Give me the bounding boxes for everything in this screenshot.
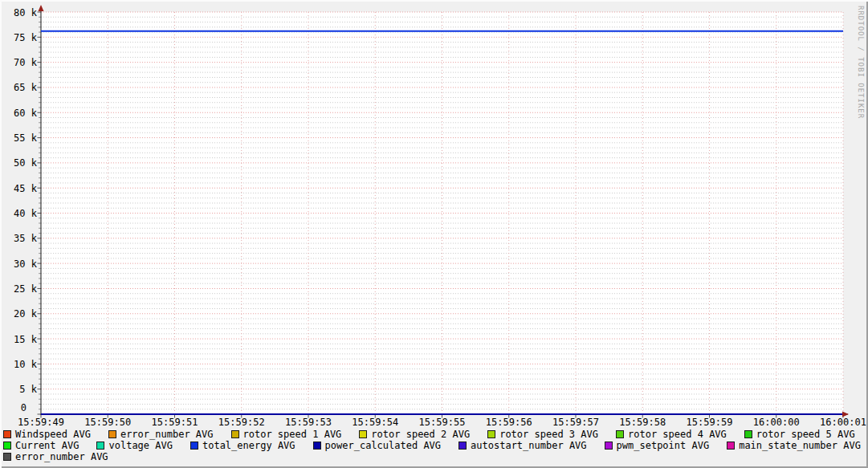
y-axis-label: 80 k [14, 7, 38, 18]
legend-item: Windspeed AVG [3, 429, 91, 440]
x-axis-label: 15:59:53 [285, 417, 332, 428]
legend-swatch-icon [231, 430, 239, 438]
legend-label: rotor speed 4 AVG [628, 429, 727, 440]
legend-row: Current AVGvoltage AVGtotal_energy AVGpo… [3, 440, 865, 451]
chart-plot: 05 k10 k15 k20 k25 k30 k35 k40 k45 k50 k… [0, 0, 868, 468]
legend-item: error_number AVG [3, 451, 108, 462]
legend-item: rotor speed 5 AVG [744, 429, 855, 440]
legend-label: pwm_setpoint AVG [617, 440, 710, 451]
legend-item: rotor speed 1 AVG [231, 429, 342, 440]
x-axis-label: 16:00:01 [820, 417, 866, 428]
legend-item: autostart_number AVG [458, 440, 587, 451]
legend-swatch-icon [727, 442, 735, 450]
legend-swatch-icon [605, 442, 613, 450]
legend-label: rotor speed 3 AVG [499, 429, 598, 440]
legend-item: rotor speed 3 AVG [487, 429, 598, 440]
watermark-text: RRDTOOL / TOBI OETIKER [857, 6, 865, 119]
x-axis-label: 15:59:57 [552, 417, 599, 428]
rrdtool-graph: 05 k10 k15 k20 k25 k30 k35 k40 k45 k50 k… [0, 0, 868, 468]
legend-row: error_number AVG [3, 451, 865, 462]
y-axis-label: 45 k [14, 183, 38, 194]
x-axis-label: 15:59:51 [152, 417, 198, 428]
y-axis-label: 15 k [14, 334, 38, 345]
legend-label: rotor speed 1 AVG [243, 429, 342, 440]
y-axis-label: 65 k [14, 82, 38, 93]
x-axis-label: 15:59:56 [486, 417, 532, 428]
y-axis-label: 30 k [14, 258, 38, 270]
legend-label: main_state_number AVG [739, 440, 861, 451]
legend-swatch-icon [616, 430, 624, 438]
legend-swatch-icon [359, 430, 367, 438]
legend-swatch-icon [3, 430, 11, 438]
legend-label: voltage AVG [108, 440, 172, 451]
y-axis-label: 20 k [14, 308, 38, 319]
x-axis-label: 15:59:49 [18, 417, 64, 428]
y-axis-label: 55 k [14, 132, 38, 144]
y-axis-label: 40 k [14, 208, 38, 219]
legend-item: voltage AVG [96, 440, 172, 451]
legend-item: total_energy AVG [190, 440, 295, 451]
y-axis-label: 70 k [14, 57, 38, 68]
legend-label: total_energy AVG [202, 440, 295, 451]
legend-label: rotor speed 2 AVG [371, 429, 470, 440]
legend-item: Current AVG [3, 440, 79, 451]
legend-row: Windspeed AVGerror_number AVGrotor speed… [3, 429, 865, 440]
x-axis-label: 15:59:55 [419, 417, 466, 428]
y-axis-arrow-icon [39, 5, 44, 11]
y-axis-label: 75 k [14, 32, 38, 43]
legend-item: power_calculated AVG [313, 440, 442, 451]
y-axis-label: 10 k [14, 359, 38, 370]
legend-label: power_calculated AVG [325, 440, 442, 451]
legend-swatch-icon [3, 453, 11, 461]
legend-swatch-icon [744, 430, 752, 438]
legend-swatch-icon [313, 442, 321, 450]
x-axis-label: 16:00:00 [753, 417, 800, 428]
legend-item: rotor speed 4 AVG [616, 429, 727, 440]
x-axis-label: 15:59:50 [84, 417, 131, 428]
legend-label: Current AVG [15, 440, 79, 451]
legend-item: error_number AVG [108, 429, 214, 440]
y-axis-label: 50 k [14, 157, 38, 169]
x-axis-label: 15:59:54 [352, 417, 398, 428]
y-axis-label: 35 k [14, 233, 38, 244]
legend-swatch-icon [96, 442, 104, 450]
y-axis-label: 0 [21, 402, 26, 413]
legend-swatch-icon [108, 430, 116, 438]
legend-swatch-icon [487, 430, 495, 438]
legend-label: Windspeed AVG [15, 429, 91, 440]
y-axis-label: 25 k [14, 283, 38, 295]
legend-item: rotor speed 2 AVG [359, 429, 470, 440]
legend-label: error_number AVG [15, 451, 108, 462]
legend-item: pwm_setpoint AVG [605, 440, 710, 451]
legend: Windspeed AVGerror_number AVGrotor speed… [3, 429, 865, 462]
x-axis-label: 15:59:59 [687, 417, 733, 428]
legend-label: error_number AVG [120, 429, 214, 440]
legend-swatch-icon [190, 442, 198, 450]
y-axis-label: 5 k [19, 384, 37, 395]
legend-swatch-icon [3, 442, 11, 450]
x-axis-label: 15:59:52 [218, 417, 265, 428]
legend-label: rotor speed 5 AVG [756, 429, 855, 440]
y-axis-label: 60 k [14, 108, 38, 119]
legend-item: main_state_number AVG [727, 440, 861, 451]
x-axis-label: 15:59:58 [619, 417, 666, 428]
legend-label: autostart_number AVG [471, 440, 587, 451]
legend-swatch-icon [458, 442, 467, 450]
